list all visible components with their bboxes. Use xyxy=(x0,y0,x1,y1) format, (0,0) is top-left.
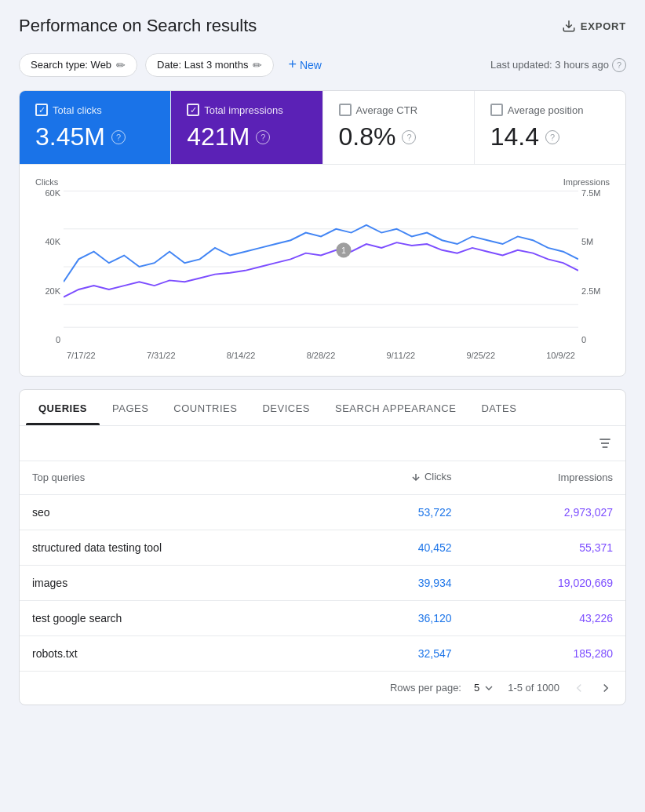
y-left-ticks: 60K 40K 20K 0 xyxy=(35,188,64,360)
total-clicks-checkbox[interactable] xyxy=(35,104,48,116)
col-query-header: Top queries xyxy=(20,461,330,494)
help-icon[interactable]: ? xyxy=(612,58,626,72)
filter-icon xyxy=(597,435,613,451)
queries-table: Top queries Clicks Impressions xyxy=(20,461,625,671)
clicks-cell: 40,452 xyxy=(330,530,464,565)
average-ctr-checkbox[interactable] xyxy=(339,104,352,116)
svg-text:1: 1 xyxy=(341,246,346,255)
x-labels: 7/17/22 7/31/22 8/14/22 8/28/22 9/11/22 … xyxy=(64,351,578,360)
chart-area: Clicks Impressions 60K 40K 20K 0 xyxy=(20,165,625,376)
impressions-cell: 185,280 xyxy=(465,635,625,671)
average-position-card[interactable]: Average position 14.4 ? xyxy=(475,91,625,164)
query-cell: seo xyxy=(20,494,330,530)
query-cell: structured data testing tool xyxy=(20,530,330,565)
y-right-label: Impressions xyxy=(563,177,610,187)
help-icon[interactable]: ? xyxy=(111,130,126,144)
next-page-button[interactable] xyxy=(599,681,613,695)
new-button[interactable]: + New xyxy=(282,52,328,78)
chevron-left-icon xyxy=(572,681,586,695)
y-left-label: Clicks xyxy=(35,177,58,187)
chevron-down-icon xyxy=(483,682,495,694)
pagination: Rows per page: 5 1-5 of 1000 xyxy=(20,671,625,705)
clicks-cell: 39,934 xyxy=(330,565,464,600)
tab-dates[interactable]: DATES xyxy=(468,390,529,425)
table-row: robots.txt 32,547 185,280 xyxy=(20,635,625,671)
rows-per-page-label: Rows per page: xyxy=(390,682,461,694)
impressions-cell: 19,020,669 xyxy=(465,565,625,600)
average-position-checkbox[interactable] xyxy=(490,104,503,116)
plus-icon: + xyxy=(288,56,297,73)
tab-pages[interactable]: PAGES xyxy=(100,390,161,425)
table-row: seo 53,722 2,973,027 xyxy=(20,494,625,530)
total-impressions-checkbox[interactable] xyxy=(187,104,199,116)
rows-per-page-selector[interactable]: 5 xyxy=(474,682,495,694)
query-cell: images xyxy=(20,565,330,600)
table-row: test google search 36,120 43,226 xyxy=(20,600,625,635)
clicks-cell: 53,722 xyxy=(330,494,464,530)
chevron-right-icon xyxy=(599,681,613,695)
table-section: QUERIES PAGES COUNTRIES DEVICES SEARCH A… xyxy=(19,389,626,705)
last-updated: Last updated: 3 hours ago ? xyxy=(490,58,626,72)
prev-page-button[interactable] xyxy=(572,681,586,695)
query-cell: test google search xyxy=(20,600,330,635)
metrics-row: Total clicks 3.45M ? Total impressions 4… xyxy=(20,91,625,165)
chart-svg: 1 xyxy=(64,188,578,345)
page-title: Performance on Search results xyxy=(19,16,257,36)
edit-icon: ✏ xyxy=(116,59,126,71)
total-impressions-card[interactable]: Total impressions 421M ? xyxy=(171,91,322,164)
impressions-cell: 43,226 xyxy=(465,600,625,635)
table-row: structured data testing tool 40,452 55,3… xyxy=(20,530,625,565)
tab-search-appearance[interactable]: SEARCH APPEARANCE xyxy=(322,390,468,425)
clicks-cell: 32,547 xyxy=(330,635,464,671)
table-filter-row xyxy=(20,426,625,461)
tab-devices[interactable]: DEVICES xyxy=(250,390,322,425)
query-cell: robots.txt xyxy=(20,635,330,671)
help-icon[interactable]: ? xyxy=(256,130,270,144)
table-row: images 39,934 19,020,669 xyxy=(20,565,625,600)
edit-icon: ✏ xyxy=(253,59,262,71)
tab-countries[interactable]: COUNTRIES xyxy=(161,390,250,425)
download-icon xyxy=(562,19,576,33)
impressions-cell: 2,973,027 xyxy=(465,494,625,530)
col-clicks-header[interactable]: Clicks xyxy=(330,461,464,494)
help-icon[interactable]: ? xyxy=(545,130,559,144)
average-ctr-card[interactable]: Average CTR 0.8% ? xyxy=(323,91,475,164)
page-info: 1-5 of 1000 xyxy=(508,682,559,694)
filter-bar: Search type: Web ✏ Date: Last 3 months ✏… xyxy=(0,46,645,90)
impressions-cell: 55,371 xyxy=(465,530,625,565)
page-header: Performance on Search results EXPORT xyxy=(0,0,645,46)
search-type-filter[interactable]: Search type: Web ✏ xyxy=(19,53,137,77)
clicks-cell: 36,120 xyxy=(330,600,464,635)
help-icon[interactable]: ? xyxy=(402,130,416,144)
tab-queries[interactable]: QUERIES xyxy=(26,390,100,425)
y-right-ticks: 7.5M 5M 2.5M 0 xyxy=(578,188,610,360)
col-impressions-header: Impressions xyxy=(465,461,625,494)
metrics-chart-card: Total clicks 3.45M ? Total impressions 4… xyxy=(19,90,626,377)
total-clicks-card[interactable]: Total clicks 3.45M ? xyxy=(20,91,171,164)
table-filter-button[interactable] xyxy=(597,435,613,451)
date-filter[interactable]: Date: Last 3 months ✏ xyxy=(145,53,274,77)
tabs-bar: QUERIES PAGES COUNTRIES DEVICES SEARCH A… xyxy=(20,390,625,426)
export-button[interactable]: EXPORT xyxy=(562,19,626,33)
sort-down-icon xyxy=(410,472,421,482)
